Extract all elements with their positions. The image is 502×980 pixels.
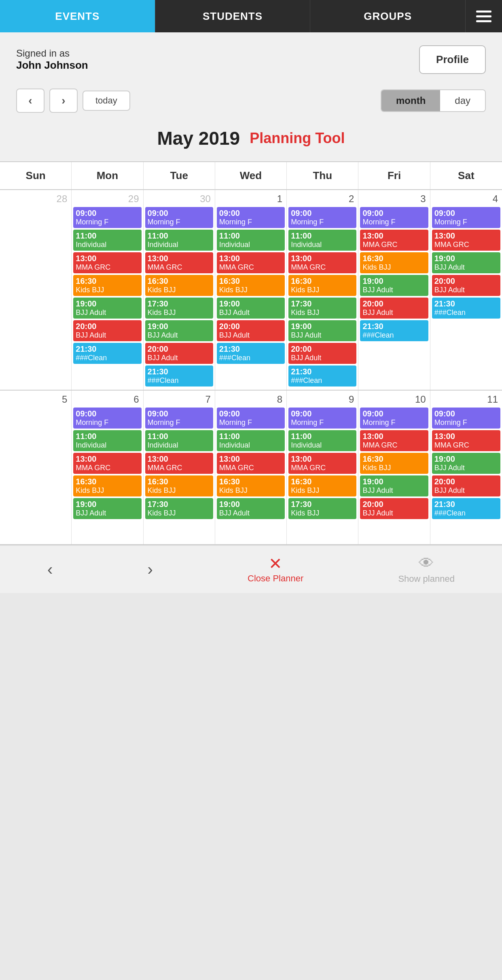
nav-tab-events[interactable]: EVENTS (0, 0, 155, 32)
event-item[interactable]: 16:30Kids BJJ (73, 475, 141, 496)
calendar-day-0-3[interactable]: 109:00Morning F11:00Individual13:00MMA G… (215, 190, 287, 390)
event-item[interactable]: 09:00Morning F (145, 207, 213, 228)
calendar-day-1-5[interactable]: 1009:00Morning F13:00MMA GRC16:30Kids BJ… (358, 391, 430, 544)
bottom-prev-button[interactable]: ‹ (47, 560, 53, 579)
event-item[interactable]: 17:30Kids BJJ (145, 298, 213, 319)
event-item[interactable]: 13:00MMA GRC (432, 430, 500, 451)
day-view-button[interactable]: day (440, 90, 485, 111)
event-item[interactable]: 20:00BJJ Adult (288, 343, 356, 364)
calendar-day-0-2[interactable]: 3009:00Morning F11:00Individual13:00MMA … (144, 190, 215, 390)
bottom-next-button[interactable]: › (148, 560, 153, 579)
event-item[interactable]: 16:30Kids BJJ (288, 275, 356, 296)
event-item[interactable]: 17:30Kids BJJ (145, 498, 213, 519)
event-item[interactable]: 20:00BJJ Adult (360, 498, 428, 519)
event-item[interactable]: 21:30###Clean (432, 498, 500, 519)
event-item[interactable]: 09:00Morning F (288, 207, 356, 228)
event-item[interactable]: 21:30###Clean (432, 298, 500, 319)
show-planned-button[interactable]: 👁 Show planned (398, 555, 454, 584)
event-item[interactable]: 16:30Kids BJJ (73, 275, 141, 296)
calendar-day-1-3[interactable]: 809:00Morning F11:00Individual13:00MMA G… (215, 391, 287, 544)
event-item[interactable]: 13:00MMA GRC (432, 230, 500, 251)
close-planner-button[interactable]: ✕ Close Planner (248, 555, 303, 584)
event-item[interactable]: 20:00BJJ Adult (145, 343, 213, 364)
event-item[interactable]: 19:00BJJ Adult (360, 275, 428, 296)
event-item[interactable]: 19:00BJJ Adult (217, 498, 285, 519)
calendar-day-1-4[interactable]: 909:00Morning F11:00Individual13:00MMA G… (287, 391, 358, 544)
event-item[interactable]: 16:30Kids BJJ (217, 475, 285, 496)
event-item[interactable]: 09:00Morning F (360, 207, 428, 228)
event-item[interactable]: 20:00BJJ Adult (73, 320, 141, 341)
calendar-day-1-6[interactable]: 1109:00Morning F13:00MMA GRC19:00BJJ Adu… (430, 391, 502, 544)
event-item[interactable]: 19:00BJJ Adult (73, 298, 141, 319)
event-item[interactable]: 16:30Kids BJJ (217, 275, 285, 296)
event-item[interactable]: 19:00BJJ Adult (432, 453, 500, 474)
event-item[interactable]: 19:00BJJ Adult (217, 298, 285, 319)
event-item[interactable]: 11:00Individual (145, 430, 213, 451)
event-item[interactable]: 20:00BJJ Adult (432, 475, 500, 496)
calendar-day-1-1[interactable]: 609:00Morning F11:00Individual13:00MMA G… (72, 391, 143, 544)
event-item[interactable]: 17:30Kids BJJ (288, 298, 356, 319)
nav-tab-groups[interactable]: GROUPS (310, 0, 466, 32)
event-item[interactable]: 09:00Morning F (73, 207, 141, 228)
event-item[interactable]: 17:30Kids BJJ (288, 498, 356, 519)
calendar-day-1-2[interactable]: 709:00Morning F11:00Individual13:00MMA G… (144, 391, 215, 544)
event-item[interactable]: 09:00Morning F (432, 207, 500, 228)
event-item[interactable]: 20:00BJJ Adult (217, 320, 285, 341)
event-item[interactable]: 11:00Individual (145, 230, 213, 251)
event-item[interactable]: 21:30###Clean (145, 365, 213, 387)
calendar-day-0-6[interactable]: 409:00Morning F13:00MMA GRC19:00BJJ Adul… (430, 190, 502, 390)
event-item[interactable]: 09:00Morning F (73, 408, 141, 429)
month-view-button[interactable]: month (381, 90, 440, 111)
event-item[interactable]: 13:00MMA GRC (145, 453, 213, 474)
next-month-button[interactable]: › (49, 89, 78, 113)
planning-tool-link[interactable]: Planning Tool (250, 130, 345, 147)
event-item[interactable]: 19:00BJJ Adult (288, 320, 356, 341)
calendar-day-0-4[interactable]: 209:00Morning F11:00Individual13:00MMA G… (287, 190, 358, 390)
event-item[interactable]: 16:30Kids BJJ (360, 252, 428, 273)
event-item[interactable]: 11:00Individual (217, 430, 285, 451)
event-item[interactable]: 16:30Kids BJJ (145, 475, 213, 496)
profile-button[interactable]: Profile (419, 45, 486, 74)
event-item[interactable]: 13:00MMA GRC (360, 230, 428, 251)
event-item[interactable]: 09:00Morning F (288, 408, 356, 429)
event-item[interactable]: 11:00Individual (217, 230, 285, 251)
event-item[interactable]: 19:00BJJ Adult (145, 320, 213, 341)
event-item[interactable]: 11:00Individual (288, 230, 356, 251)
nav-tab-students[interactable]: STUDENTS (155, 0, 311, 32)
nav-tab-menu[interactable] (466, 0, 502, 32)
event-item[interactable]: 21:30###Clean (217, 343, 285, 364)
event-item[interactable]: 16:30Kids BJJ (145, 275, 213, 296)
event-item[interactable]: 20:00BJJ Adult (432, 275, 500, 296)
event-item[interactable]: 09:00Morning F (217, 207, 285, 228)
calendar-day-0-1[interactable]: 2909:00Morning F11:00Individual13:00MMA … (72, 190, 143, 390)
event-item[interactable]: 21:30###Clean (288, 365, 356, 387)
event-item[interactable]: 13:00MMA GRC (217, 252, 285, 273)
calendar-day-0-0[interactable]: 28 (0, 190, 72, 390)
event-item[interactable]: 13:00MMA GRC (73, 252, 141, 273)
event-item[interactable]: 21:30###Clean (360, 320, 428, 341)
event-item[interactable]: 09:00Morning F (145, 408, 213, 429)
event-item[interactable]: 19:00BJJ Adult (73, 498, 141, 519)
calendar-day-1-0[interactable]: 5 (0, 391, 72, 544)
event-item[interactable]: 13:00MMA GRC (73, 453, 141, 474)
event-item[interactable]: 13:00MMA GRC (360, 430, 428, 451)
event-item[interactable]: 20:00BJJ Adult (360, 298, 428, 319)
event-item[interactable]: 11:00Individual (288, 430, 356, 451)
event-item[interactable]: 09:00Morning F (217, 408, 285, 429)
event-item[interactable]: 21:30###Clean (73, 343, 141, 364)
prev-month-button[interactable]: ‹ (16, 89, 44, 113)
event-item[interactable]: 19:00BJJ Adult (432, 252, 500, 273)
event-item[interactable]: 11:00Individual (73, 430, 141, 451)
event-item[interactable]: 19:00BJJ Adult (360, 475, 428, 496)
calendar-day-0-5[interactable]: 309:00Morning F13:00MMA GRC16:30Kids BJJ… (358, 190, 430, 390)
event-item[interactable]: 13:00MMA GRC (288, 252, 356, 273)
event-item[interactable]: 16:30Kids BJJ (288, 475, 356, 496)
event-item[interactable]: 13:00MMA GRC (217, 453, 285, 474)
today-button[interactable]: today (83, 91, 130, 111)
event-item[interactable]: 09:00Morning F (432, 408, 500, 429)
event-item[interactable]: 09:00Morning F (360, 408, 428, 429)
event-item[interactable]: 13:00MMA GRC (288, 453, 356, 474)
event-item[interactable]: 16:30Kids BJJ (360, 453, 428, 474)
event-item[interactable]: 13:00MMA GRC (145, 252, 213, 273)
event-item[interactable]: 11:00Individual (73, 230, 141, 251)
